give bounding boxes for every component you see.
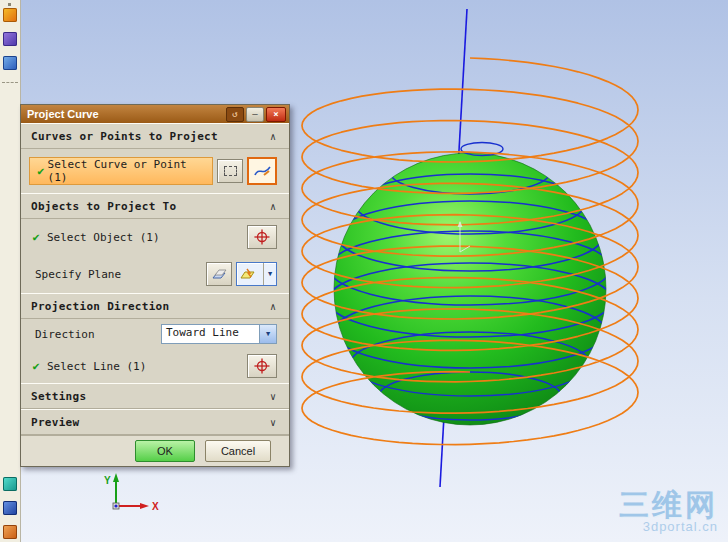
direction-value: Toward Line bbox=[162, 325, 259, 343]
section-settings[interactable]: Settings ∨ bbox=[21, 383, 289, 409]
specify-plane-row: Specify Plane ▼ bbox=[21, 255, 289, 293]
direction-combobox[interactable]: Toward Line ▼ bbox=[161, 324, 277, 344]
select-curve-label: Select Curve or Point (1) bbox=[48, 158, 208, 184]
wcs-y-label: Y bbox=[104, 475, 111, 486]
direction-label: Direction bbox=[29, 328, 157, 341]
select-line-row: ✔ Select Line (1) bbox=[21, 349, 289, 383]
chevron-down-icon[interactable]: ∨ bbox=[265, 388, 281, 404]
plane-type-dropdown[interactable]: ▼ bbox=[236, 262, 277, 286]
check-icon: ✔ bbox=[29, 359, 43, 373]
section-preview[interactable]: Preview ∨ bbox=[21, 409, 289, 435]
chevron-up-icon[interactable]: ∧ bbox=[265, 128, 281, 144]
left-toolbar bbox=[0, 0, 21, 542]
sketch-icon[interactable] bbox=[3, 8, 17, 22]
section-label: Settings bbox=[31, 390, 265, 403]
check-icon: ✔ bbox=[29, 230, 43, 244]
chevron-down-icon[interactable]: ▼ bbox=[263, 263, 276, 285]
curve-icon bbox=[254, 164, 271, 178]
datum-plane-icon[interactable] bbox=[3, 32, 17, 46]
curve-select-mode-button[interactable] bbox=[247, 157, 277, 185]
dialog-titlebar[interactable]: Project Curve ↺ — × bbox=[21, 105, 289, 123]
select-object-button[interactable] bbox=[247, 225, 277, 249]
section-label: Curves or Points to Project bbox=[31, 130, 265, 143]
plane-dialog-button[interactable] bbox=[206, 262, 232, 286]
inferred-plane-icon bbox=[240, 267, 256, 281]
crosshair-icon bbox=[254, 229, 270, 245]
application-window: Y X 三维网 3dportal.cn Project Curve ↺ — × … bbox=[0, 0, 728, 542]
check-icon: ✔ bbox=[34, 164, 48, 178]
section-curves-to-project[interactable]: Curves or Points to Project ∧ bbox=[21, 123, 289, 149]
select-curve-field[interactable]: ✔ Select Curve or Point (1) bbox=[29, 157, 213, 185]
toolbar-separator bbox=[2, 82, 18, 83]
point-dialog-button[interactable] bbox=[217, 159, 243, 183]
dropdown-arrow-icon[interactable]: ▼ bbox=[259, 325, 276, 343]
dialog-title: Project Curve bbox=[27, 108, 224, 120]
select-object-row: ✔ Select Object (1) bbox=[21, 219, 289, 255]
chevron-up-icon[interactable]: ∧ bbox=[265, 298, 281, 314]
dialog-footer: OK Cancel bbox=[21, 435, 289, 466]
ok-button[interactable]: OK bbox=[135, 440, 195, 462]
datum-csys-icon[interactable] bbox=[3, 56, 17, 70]
plane-icon bbox=[211, 267, 227, 281]
select-line-button[interactable] bbox=[247, 354, 277, 378]
dialog-minimize-button[interactable]: — bbox=[246, 107, 264, 122]
dialog-reset-button[interactable]: ↺ bbox=[226, 107, 244, 122]
specify-plane-label: Specify Plane bbox=[29, 268, 202, 281]
crosshair-icon bbox=[254, 358, 270, 374]
select-object-label: Select Object (1) bbox=[47, 231, 243, 244]
chevron-down-icon[interactable]: ∨ bbox=[265, 414, 281, 430]
section-label: Objects to Project To bbox=[31, 200, 265, 213]
section-objects-to-project[interactable]: Objects to Project To ∧ bbox=[21, 193, 289, 219]
section-label: Projection Direction bbox=[31, 300, 265, 313]
snap-point-icon[interactable] bbox=[3, 477, 17, 491]
view-orient-icon[interactable] bbox=[3, 501, 17, 515]
section-projection-direction[interactable]: Projection Direction ∧ bbox=[21, 293, 289, 319]
point-constructor-icon bbox=[224, 166, 237, 176]
toolbar-grip[interactable] bbox=[7, 2, 12, 7]
wcs-x-label: X bbox=[152, 501, 159, 512]
select-curve-row: ✔ Select Curve or Point (1) bbox=[21, 149, 289, 193]
cancel-button[interactable]: Cancel bbox=[205, 440, 271, 462]
section-label: Preview bbox=[31, 416, 265, 429]
dialog-close-button[interactable]: × bbox=[266, 107, 286, 122]
project-curve-dialog: Project Curve ↺ — × Curves or Points to … bbox=[20, 104, 290, 467]
select-line-label: Select Line (1) bbox=[47, 360, 243, 373]
direction-row: Direction Toward Line ▼ bbox=[21, 319, 289, 349]
layer-icon[interactable] bbox=[3, 525, 17, 539]
chevron-up-icon[interactable]: ∧ bbox=[265, 198, 281, 214]
